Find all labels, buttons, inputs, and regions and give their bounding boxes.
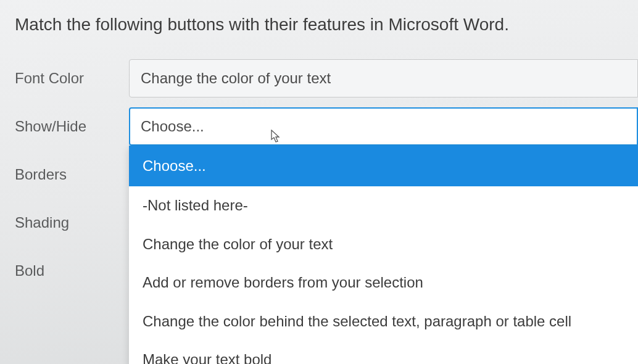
dropdown-option-make-bold[interactable]: Make your text bold xyxy=(129,341,638,364)
row-label: Show/Hide xyxy=(15,118,129,135)
dropdown-panel: Choose... -Not listed here- Change the c… xyxy=(129,146,638,364)
answer-cell: Choose... Choose... -Not listed here- Ch… xyxy=(129,107,638,146)
question-prompt: Match the following buttons with their f… xyxy=(0,0,638,54)
match-row-font-color: Font Color Change the color of your text xyxy=(15,54,638,102)
dropdown-option-not-listed[interactable]: -Not listed here- xyxy=(129,186,638,225)
select-show-hide[interactable]: Choose... xyxy=(129,107,638,146)
row-label: Borders xyxy=(15,166,129,183)
dropdown-option-change-color-text[interactable]: Change the color of your text xyxy=(129,225,638,263)
select-font-color[interactable]: Change the color of your text xyxy=(129,59,638,97)
matching-area: Font Color Change the color of your text… xyxy=(0,54,638,295)
answer-cell: Change the color of your text xyxy=(129,59,638,97)
row-label: Font Color xyxy=(15,70,129,87)
match-row-show-hide: Show/Hide Choose... Choose... -Not liste… xyxy=(15,102,638,151)
dropdown-option-choose[interactable]: Choose... xyxy=(129,146,638,186)
dropdown-option-change-color-behind[interactable]: Change the color behind the selected tex… xyxy=(129,302,638,341)
row-label: Shading xyxy=(15,214,129,231)
row-label: Bold xyxy=(15,262,129,279)
dropdown-option-add-remove-borders[interactable]: Add or remove borders from your selectio… xyxy=(129,263,638,302)
